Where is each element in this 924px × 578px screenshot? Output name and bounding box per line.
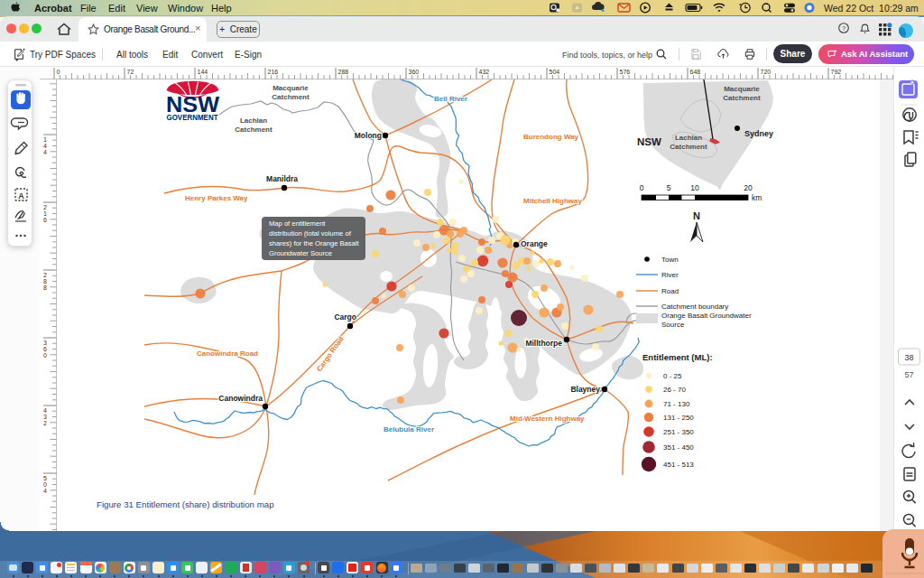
svg-text:Catchment: Catchment (272, 93, 310, 101)
svg-text:38: 38 (904, 353, 913, 362)
svg-text:NSW: NSW (637, 136, 661, 147)
svg-text:Canowindra: Canowindra (218, 394, 263, 403)
svg-text:Lachlan: Lachlan (675, 134, 702, 142)
svg-text:Lachlan: Lachlan (240, 117, 267, 125)
svg-text:Catchment: Catchment (670, 143, 707, 151)
svg-text:288: 288 (338, 69, 349, 75)
svg-text:0 - 25: 0 - 25 (663, 372, 682, 380)
svg-text:km: km (752, 193, 762, 202)
svg-text:Mid Western Highway: Mid Western Highway (510, 415, 585, 423)
svg-text:Macquarie: Macquarie (724, 85, 760, 93)
svg-text:distribution (total volume of: distribution (total volume of (269, 229, 352, 238)
svg-text:Henry Parkes Way: Henry Parkes Way (185, 194, 248, 202)
svg-text:Cargo Road: Cargo Road (315, 335, 345, 373)
svg-text:351 - 450: 351 - 450 (663, 443, 694, 452)
svg-text:576: 576 (620, 69, 631, 75)
svg-text:720: 720 (761, 69, 772, 75)
svg-text:Groundwater Source: Groundwater Source (269, 249, 332, 257)
svg-text:1: 1 (43, 210, 47, 217)
svg-text:Cargo: Cargo (334, 312, 356, 322)
svg-text:360: 360 (409, 69, 420, 75)
svg-text:8: 8 (43, 284, 47, 291)
svg-text:Figure 31 Entitlement (share): Figure 31 Entitlement (share) distributi… (97, 499, 274, 509)
svg-text:26 - 70: 26 - 70 (663, 386, 686, 394)
svg-text:Source: Source (661, 321, 685, 329)
svg-text:Macquarie: Macquarie (273, 84, 309, 92)
svg-text:Mitchell Highway: Mitchell Highway (523, 197, 582, 205)
svg-text:144: 144 (198, 69, 208, 75)
svg-text:4: 4 (43, 407, 47, 414)
svg-text:72: 72 (127, 69, 134, 75)
svg-text:Molong: Molong (355, 131, 382, 140)
svg-text:451 - 513: 451 - 513 (663, 461, 694, 469)
svg-text:0: 0 (43, 481, 47, 488)
svg-text:Entitlement (ML):: Entitlement (ML): (642, 352, 713, 362)
svg-text:4: 4 (43, 143, 47, 149)
svg-text:Millthorpe: Millthorpe (525, 339, 562, 348)
svg-text:Catchment: Catchment (723, 94, 761, 102)
svg-text:River: River (661, 271, 679, 279)
svg-text:Catchment boundary: Catchment boundary (661, 303, 728, 311)
svg-text:?: ? (842, 24, 845, 33)
svg-text:Road: Road (661, 287, 679, 295)
svg-text:648: 648 (690, 69, 701, 75)
svg-text:20: 20 (744, 183, 753, 192)
svg-text:Map of entitlement: Map of entitlement (269, 219, 326, 228)
svg-text:3: 3 (43, 414, 47, 420)
svg-text:0: 0 (43, 352, 47, 359)
svg-text:Belubula River: Belubula River (383, 425, 434, 434)
svg-text:Catchment: Catchment (235, 126, 273, 134)
svg-text:GOVERNMENT: GOVERNMENT (167, 113, 219, 122)
svg-text:504: 504 (550, 69, 560, 75)
svg-text:2: 2 (43, 272, 47, 278)
svg-text:4: 4 (43, 149, 47, 155)
svg-text:10: 10 (690, 183, 699, 192)
svg-text:57: 57 (904, 370, 913, 379)
svg-text:0: 0 (57, 69, 60, 75)
svg-text:5: 5 (43, 475, 47, 481)
svg-text:4: 4 (43, 488, 47, 494)
svg-text:N: N (693, 210, 700, 221)
svg-text:Orange: Orange (521, 239, 548, 248)
svg-text:shares) for the Orange Basalt: shares) for the Orange Basalt (269, 239, 360, 247)
svg-text:Sydney: Sydney (744, 129, 773, 138)
svg-text:71 - 130: 71 - 130 (663, 400, 690, 408)
svg-text:Canowindra Road: Canowindra Road (197, 350, 258, 358)
svg-text:2: 2 (43, 420, 47, 426)
svg-text:5: 5 (667, 183, 671, 192)
svg-text:6: 6 (43, 217, 47, 223)
svg-text:Town: Town (661, 256, 679, 264)
svg-text:Blayney: Blayney (570, 385, 600, 394)
svg-text:432: 432 (479, 69, 490, 75)
svg-text:216: 216 (268, 69, 279, 75)
svg-text:792: 792 (831, 69, 842, 75)
svg-text:6: 6 (43, 346, 47, 352)
svg-text:Burendong Way: Burendong Way (523, 133, 579, 141)
svg-text:8: 8 (43, 278, 47, 284)
svg-text:3: 3 (43, 340, 47, 346)
svg-text:1: 1 (43, 136, 47, 143)
svg-text:Orange Basalt Groundwater: Orange Basalt Groundwater (661, 312, 752, 320)
svg-text:Manildra: Manildra (266, 174, 298, 183)
svg-text:251 - 350: 251 - 350 (663, 428, 694, 436)
svg-text:Bell River: Bell River (434, 95, 467, 103)
svg-text:131 - 250: 131 - 250 (663, 414, 694, 422)
svg-text:2: 2 (43, 204, 47, 210)
svg-text:A: A (18, 191, 24, 200)
svg-text:0: 0 (640, 183, 644, 192)
